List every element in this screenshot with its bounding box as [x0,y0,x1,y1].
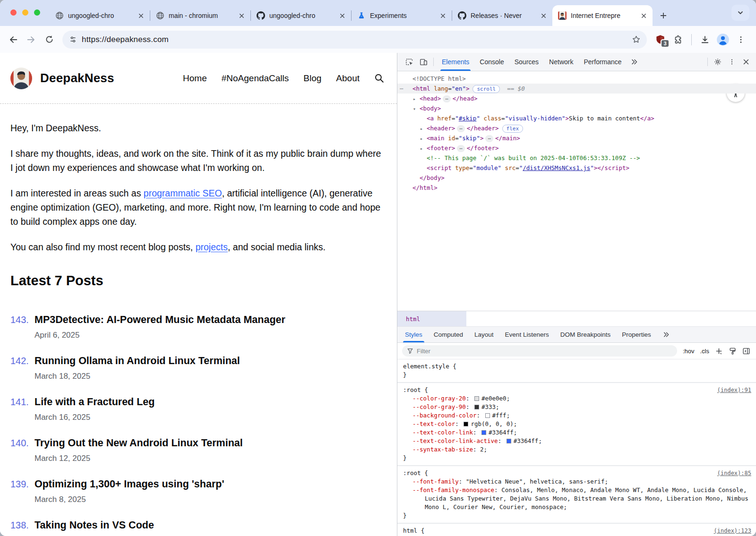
new-style-rule-icon[interactable] [715,347,723,355]
tab-close-icon[interactable] [438,11,447,20]
expand-arrow[interactable]: ▸ [413,94,420,104]
color-swatch[interactable] [507,439,511,443]
stylesheet-source-link[interactable]: (index):123 [714,527,751,535]
dom-tree-node[interactable]: <a href="#skip" class="visually-hidden">… [397,113,756,123]
post-title-link[interactable]: MP3Detective: AI-Powered Music Metadata … [34,313,285,326]
post-title-link[interactable]: Trying Out the New Android Linux Termina… [34,436,243,450]
collapsed-children-button[interactable]: ⋯ [485,135,493,142]
post-title-link[interactable]: Running Ollama in Android Linux Terminal [34,354,240,367]
expand-arrow[interactable]: ▸ [420,144,427,153]
rule-selector-line[interactable]: element.style { [403,362,750,371]
css-property-name[interactable]: --background-color [412,412,476,419]
styles-tab-styles[interactable]: Styles [399,327,428,342]
devtools-tab-elements[interactable]: Elements [437,53,474,71]
forward-button[interactable] [23,31,40,48]
more-tabs-icon[interactable] [627,55,641,68]
rule-selector[interactable]: :root [403,386,421,393]
cls-toggle[interactable]: .cls [700,348,710,355]
tab-search-button[interactable] [731,5,749,21]
close-window-button[interactable] [10,9,17,16]
back-button[interactable] [5,31,22,48]
styles-tab-computed[interactable]: Computed [428,327,469,342]
css-declaration[interactable]: --font-family-monospace: Consolas, Menlo… [403,486,750,511]
device-toolbar-icon[interactable] [416,55,430,68]
dom-tree-node[interactable]: <script type="module" src="/dist/XHSMsNC… [397,163,756,173]
devtools-tab-console[interactable]: Console [474,53,509,71]
devtools-settings-gear-icon[interactable] [711,55,725,68]
new-tab-button[interactable] [656,9,670,23]
dom-tree-node[interactable]: <!-- This page `/` was built on 2025-04-… [397,153,756,163]
color-swatch[interactable] [474,405,479,409]
browser-tab[interactable]: ungoogled-chro [251,6,351,25]
rendering-brush-icon[interactable] [729,347,737,355]
scroll-badge[interactable]: scroll [472,85,500,93]
css-property-name[interactable]: --text-color-link [412,429,473,436]
devtools-menu-icon[interactable] [725,55,739,68]
stylesheet-source-link[interactable]: (index):91 [717,386,751,394]
maximize-window-button[interactable] [34,9,40,16]
css-declaration[interactable]: --text-color-link-active: #3364ff; [403,437,750,445]
expand-arrow[interactable]: ▾ [413,104,420,114]
dom-tree-node[interactable]: ▸<header>⋯</header>flex [397,123,756,133]
styles-tab-properties[interactable]: Properties [616,327,657,342]
post-title-link[interactable]: Taking Notes in VS Code [34,519,154,532]
expand-arrow[interactable]: ▸ [420,134,427,144]
tab-close-icon[interactable] [639,11,648,20]
css-property-value[interactable]: #3364ff [489,429,514,436]
styles-tab-dom-breakpoints[interactable]: DOM Breakpoints [555,327,617,342]
css-property-value[interactable]: "Helvetica Neue", helvetica, sans-serif [466,478,605,485]
dom-tree-node[interactable]: </html> [397,183,756,193]
devtools-tab-network[interactable]: Network [544,53,578,71]
dom-tree-node[interactable]: ▸<footer>⋯</footer> [397,143,756,153]
color-swatch[interactable] [485,413,490,418]
tab-close-icon[interactable] [137,11,145,20]
tab-close-icon[interactable] [237,11,246,20]
css-property-name[interactable]: --syntax-tab-size [412,446,473,453]
minimize-window-button[interactable] [22,9,28,16]
css-property-value[interactable]: #fff [492,412,507,419]
css-declaration[interactable]: --text-color-link: #3364ff; [403,428,750,437]
downloads-button[interactable] [696,31,713,48]
css-property-value[interactable]: #3364ff [514,437,539,444]
profile-avatar-button[interactable] [714,31,731,48]
rule-selector[interactable]: element.style [403,363,449,370]
rule-selector-line[interactable]: :root { [403,469,750,477]
stylesheet-source-link[interactable]: (index):85 [717,469,751,477]
browser-tab[interactable]: ungoogled-chro [50,6,150,25]
rule-selector[interactable]: html [403,527,417,534]
css-property-name[interactable]: --text-color [412,420,455,427]
browser-tab[interactable]: Releases · Never [452,6,552,25]
css-declaration[interactable]: --color-gray-90: #333; [403,403,750,411]
color-swatch[interactable] [464,422,468,426]
collapsed-children-button[interactable]: ⋯ [457,145,465,152]
nav-link[interactable]: Blog [303,73,321,84]
bookmark-star-icon[interactable] [631,34,641,44]
css-property-name[interactable]: --text-color-link-active [412,437,498,444]
css-property-value[interactable]: rgb(0, 0, 0) [471,420,513,427]
search-icon[interactable] [374,73,385,84]
css-property-name[interactable]: --font-family [412,478,459,485]
collapsed-children-button[interactable]: ⋯ [457,125,465,132]
dom-tree-node[interactable]: ⋯<html lang="en">scroll == $0 [397,84,756,94]
css-property-name[interactable]: --color-gray-90 [412,403,466,410]
browser-tab[interactable]: main - chromium [150,6,250,25]
reload-button[interactable] [41,31,58,48]
nav-link[interactable]: Home [183,73,207,84]
expand-arrow[interactable]: ▸ [420,124,427,134]
dom-tree-node[interactable]: <!DOCTYPE html> [397,74,756,84]
site-logo-avatar[interactable] [10,68,32,89]
css-property-value[interactable]: #333 [481,403,496,410]
breadcrumb-html[interactable]: html [397,311,466,326]
post-title-link[interactable]: Optimizing 1,300+ Images using 'sharp' [34,477,224,491]
css-declaration[interactable]: --background-color: #fff; [403,411,750,420]
sidebar-toggle-icon[interactable] [742,347,750,355]
devtools-tab-sources[interactable]: Sources [509,53,544,71]
adblock-extension-button[interactable]: 3 [652,31,669,48]
post-title-link[interactable]: Life with a Fractured Leg [34,395,155,408]
css-declaration[interactable]: --syntax-tab-size: 2; [403,445,750,454]
browser-tab[interactable]: Experiments [352,6,452,25]
devtools-tab-performance[interactable]: Performance [578,53,627,71]
color-swatch[interactable] [481,430,486,435]
styles-filter-input[interactable]: Filter [402,345,677,357]
css-property-name[interactable]: --font-family-monospace [412,486,494,493]
